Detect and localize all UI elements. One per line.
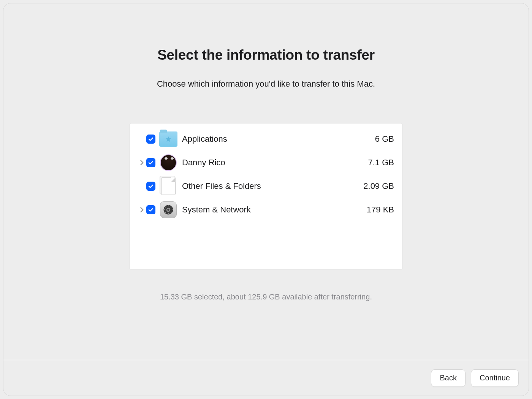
item-label: System & Network bbox=[182, 205, 367, 215]
list-item-applications[interactable]: Applications 6 GB bbox=[138, 127, 394, 151]
checkmark-icon bbox=[148, 183, 154, 189]
checkbox-system-network[interactable] bbox=[146, 205, 155, 214]
page-subtitle: Choose which information you'd like to t… bbox=[157, 79, 375, 89]
settings-gear-icon bbox=[159, 201, 177, 219]
checkbox-user[interactable] bbox=[146, 158, 155, 167]
footer-bar: Back Continue bbox=[3, 360, 529, 396]
checkbox-applications[interactable] bbox=[146, 135, 155, 144]
content-area: Select the information to transfer Choos… bbox=[3, 3, 529, 360]
disclosure-toggle[interactable] bbox=[138, 207, 146, 212]
checkbox-other-files[interactable] bbox=[146, 182, 155, 191]
transfer-items-list: Applications 6 GB Danny Rico 7.1 GB bbox=[129, 123, 403, 270]
back-button[interactable]: Back bbox=[431, 369, 465, 387]
item-size: 179 KB bbox=[367, 205, 394, 215]
continue-button[interactable]: Continue bbox=[471, 369, 519, 387]
item-label: Danny Rico bbox=[182, 158, 368, 168]
list-item-other-files[interactable]: Other Files & Folders 2.09 GB bbox=[138, 174, 394, 198]
list-item-system-network[interactable]: System & Network 179 KB bbox=[138, 198, 394, 222]
page-title: Select the information to transfer bbox=[157, 47, 375, 63]
item-size: 6 GB bbox=[375, 134, 394, 144]
chevron-right-icon bbox=[140, 207, 144, 212]
svg-point-2 bbox=[167, 209, 169, 211]
list-item-user-danny-rico[interactable]: Danny Rico 7.1 GB bbox=[138, 151, 394, 174]
item-label: Applications bbox=[182, 134, 375, 144]
checkmark-icon bbox=[148, 136, 154, 142]
gear-icon bbox=[163, 204, 174, 215]
item-label: Other Files & Folders bbox=[182, 181, 363, 191]
disclosure-toggle[interactable] bbox=[138, 160, 146, 165]
chevron-right-icon bbox=[140, 160, 144, 165]
status-summary: 15.33 GB selected, about 125.9 GB availa… bbox=[160, 293, 372, 301]
item-size: 7.1 GB bbox=[368, 158, 394, 168]
item-size: 2.09 GB bbox=[363, 181, 394, 191]
checkmark-icon bbox=[148, 160, 154, 166]
user-avatar-icon bbox=[159, 154, 177, 172]
checkmark-icon bbox=[148, 207, 154, 213]
applications-folder-icon bbox=[159, 130, 177, 148]
documents-icon bbox=[159, 177, 177, 195]
migration-assistant-window: Select the information to transfer Choos… bbox=[3, 3, 529, 396]
